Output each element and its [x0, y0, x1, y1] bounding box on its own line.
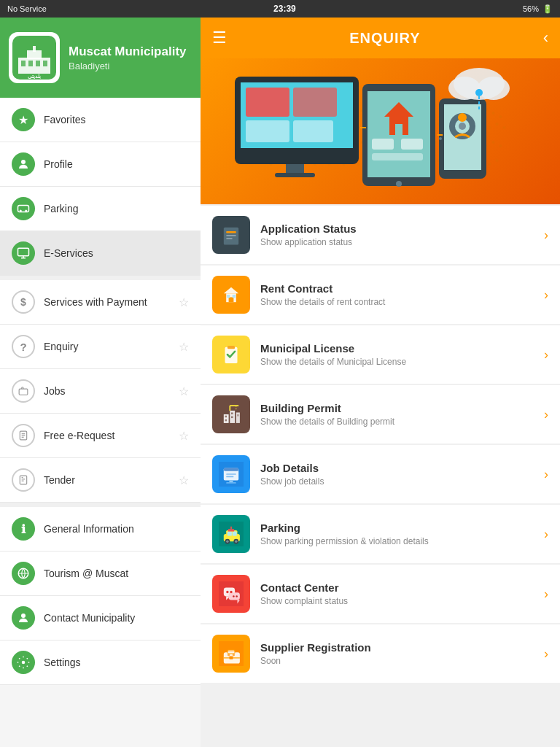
- general-info-icon: ℹ: [12, 517, 35, 541]
- sidebar-item-jobs[interactable]: Jobs ☆: [0, 369, 201, 414]
- rent-contract-icon: [212, 276, 250, 314]
- sidebar-header: بلدیتی Muscat Municipality Baladiyeti: [0, 18, 201, 98]
- sidebar-item-tourism[interactable]: Tourism @ Muscat: [0, 551, 201, 596]
- contact-center-arrow: ›: [544, 587, 548, 602]
- sidebar-item-services-payment[interactable]: $ Services with Payment ☆: [0, 280, 201, 325]
- sidebar-item-eservices[interactable]: E-Services: [0, 231, 201, 276]
- menu-button[interactable]: ☰: [212, 28, 227, 47]
- svg-rect-221: [231, 417, 233, 419]
- municipal-license-desc: Show the details of Municipal License: [260, 357, 544, 367]
- svg-rect-13: [18, 248, 29, 256]
- svg-rect-3: [33, 46, 36, 52]
- star-jobs[interactable]: ☆: [179, 384, 189, 398]
- building-permit-title: Building Permit: [260, 402, 544, 414]
- municipal-license-icon: [212, 336, 250, 374]
- svg-point-11: [20, 210, 22, 212]
- status-bar: No Service 23:39 56% 🔋: [0, 0, 560, 18]
- svg-rect-228: [224, 468, 238, 471]
- sidebar-nav: ★ Favorites Profile Parking: [0, 98, 201, 747]
- enquiry-item-application-status[interactable]: Application Status Show application stat…: [201, 206, 560, 264]
- sidebar-item-contact-municipality[interactable]: Contact Municipality: [0, 596, 201, 640]
- parking-enquiry-desc: Show parking permission & violation deta…: [260, 536, 544, 546]
- building-permit-text: Building Permit Show the details of Buil…: [260, 402, 544, 427]
- sidebar-item-free-erequest[interactable]: Free e-Request ☆: [0, 414, 201, 458]
- municipal-license-text: Municipal License Show the details of Mu…: [260, 342, 544, 367]
- svg-rect-229: [226, 473, 236, 475]
- supplier-registration-arrow: ›: [544, 646, 548, 662]
- star-enquiry[interactable]: ☆: [179, 340, 189, 354]
- sidebar-item-favorites[interactable]: ★ Favorites: [0, 98, 201, 142]
- svg-rect-202: [226, 231, 236, 233]
- svg-point-9: [21, 160, 26, 164]
- carrier-label: No Service: [7, 4, 47, 13]
- eservices-icon: [12, 241, 35, 265]
- job-details-desc: Show job details: [260, 476, 544, 487]
- svg-rect-6: [36, 61, 40, 66]
- star-services-payment[interactable]: ☆: [179, 295, 189, 309]
- tourism-icon: [12, 562, 35, 585]
- svg-point-12: [25, 210, 27, 212]
- job-details-arrow: ›: [544, 467, 548, 482]
- sidebar: بلدیتی Muscat Municipality Baladiyeti ★ …: [0, 18, 201, 747]
- rent-contract-text: Rent Contract Show the details of rent c…: [260, 282, 544, 307]
- sidebar-label-favorites: Favorites: [44, 114, 189, 125]
- svg-point-196: [475, 89, 483, 96]
- supplier-registration-desc: Soon: [260, 656, 544, 666]
- svg-rect-220: [231, 412, 233, 414]
- svg-rect-172: [293, 88, 337, 117]
- sidebar-label-profile: Profile: [44, 158, 189, 170]
- enquiry-item-municipal-license[interactable]: Municipal License Show the details of Mu…: [201, 325, 560, 384]
- sidebar-label-parking: Parking: [44, 203, 189, 214]
- svg-rect-204: [226, 238, 233, 239]
- sidebar-label-general-info: General Information: [44, 523, 189, 535]
- svg-point-258: [228, 654, 230, 656]
- building-permit-desc: Show the details of Building permit: [260, 417, 544, 427]
- star-tender[interactable]: ☆: [179, 473, 189, 487]
- top-bar: ☰ ENQUIRY ‹: [201, 18, 560, 58]
- main-content: ☰ ENQUIRY ‹: [201, 18, 560, 747]
- profile-icon: [12, 152, 35, 176]
- sidebar-item-profile[interactable]: Profile: [0, 142, 201, 187]
- svg-point-239: [226, 541, 228, 543]
- application-status-icon: [212, 216, 250, 254]
- job-details-text: Job Details Show job details: [260, 462, 544, 487]
- sidebar-app-info: Muscat Municipality Baladiyeti: [69, 44, 187, 71]
- svg-point-251: [233, 595, 235, 597]
- enquiry-item-building-permit[interactable]: Building Permit Show the details of Buil…: [201, 385, 560, 444]
- sidebar-item-enquiry[interactable]: ? Enquiry ☆: [0, 325, 201, 369]
- enquiry-item-contact-center[interactable]: Contact Center Show complaint status ›: [201, 565, 560, 623]
- sidebar-label-tourism: Tourism @ Muscat: [44, 568, 189, 579]
- enquiry-item-parking-enquiry[interactable]: Parking Show parking permission & violat…: [201, 505, 560, 563]
- svg-point-250: [230, 591, 232, 593]
- svg-rect-201: [224, 228, 238, 245]
- enquiry-item-supplier-registration[interactable]: Supplier Registration Soon ›: [201, 624, 560, 683]
- back-button[interactable]: ‹: [543, 28, 548, 47]
- battery-icon: 🔋: [542, 4, 553, 14]
- app-logo: بلدیتی: [9, 32, 60, 83]
- sidebar-label-jobs: Jobs: [44, 385, 179, 397]
- sidebar-item-parking[interactable]: Parking: [0, 187, 201, 231]
- sidebar-item-general-info[interactable]: ℹ General Information: [0, 507, 201, 551]
- svg-point-191: [458, 113, 467, 122]
- job-details-title: Job Details: [260, 462, 544, 474]
- banner-devices-svg: [220, 62, 541, 201]
- jobs-icon: [12, 379, 35, 403]
- svg-rect-183: [401, 139, 423, 150]
- banner: [201, 58, 560, 204]
- svg-rect-181: [395, 124, 402, 135]
- application-status-arrow: ›: [544, 228, 548, 243]
- enquiry-item-job-details[interactable]: Job Details Show job details ›: [201, 445, 560, 503]
- svg-point-192: [439, 137, 442, 140]
- svg-point-27: [22, 661, 26, 665]
- sidebar-label-settings: Settings: [44, 657, 189, 668]
- free-erequest-icon: [12, 424, 35, 447]
- enquiry-item-rent-contract[interactable]: Rent Contract Show the details of rent c…: [201, 266, 560, 324]
- sidebar-label-services-payment: Services with Payment: [44, 296, 179, 308]
- svg-point-26: [21, 614, 26, 618]
- svg-rect-217: [236, 412, 240, 422]
- sidebar-item-tender[interactable]: Tender ☆: [0, 458, 201, 503]
- star-free-erequest[interactable]: ☆: [179, 429, 189, 443]
- sidebar-item-settings[interactable]: Settings: [0, 640, 201, 685]
- svg-point-190: [459, 123, 466, 130]
- parking-enquiry-title: Parking: [260, 522, 544, 534]
